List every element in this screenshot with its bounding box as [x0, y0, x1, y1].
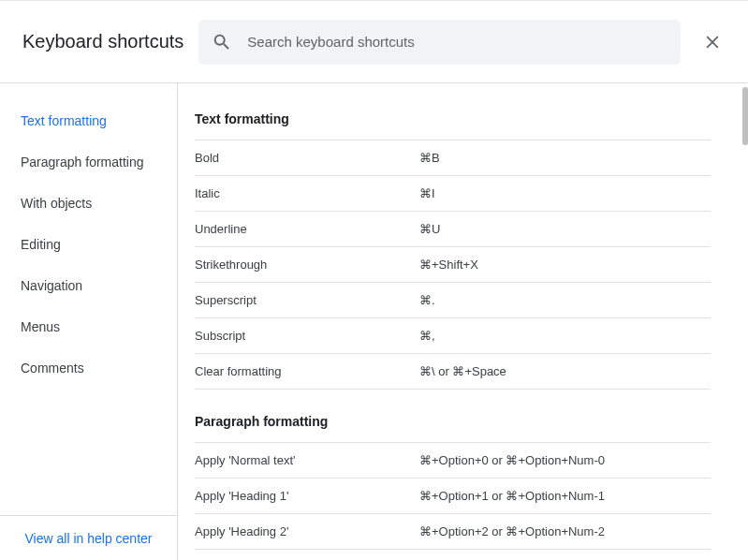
- sidebar-item-label: Editing: [21, 237, 61, 252]
- sidebar-item-label: Comments: [21, 361, 84, 376]
- sidebar-item-text-formatting[interactable]: Text formatting: [0, 100, 177, 141]
- help-center-link[interactable]: View all in help center: [25, 531, 153, 546]
- shortcut-row: Superscript ⌘.: [195, 282, 711, 317]
- sidebar-item-label: Text formatting: [21, 113, 107, 128]
- shortcut-key: ⌘+Option+1 or ⌘+Option+Num-1: [419, 489, 605, 503]
- shortcut-key: ⌘U: [419, 222, 440, 236]
- shortcut-action: Apply 'Normal text': [195, 453, 419, 467]
- sidebar-item-label: With objects: [21, 196, 92, 211]
- sidebar-item-with-objects[interactable]: With objects: [0, 183, 177, 224]
- section-title: Paragraph formatting: [195, 414, 711, 442]
- shortcut-row: Subscript ⌘,: [195, 317, 711, 353]
- sidebar: Text formatting Paragraph formatting Wit…: [0, 83, 178, 560]
- shortcut-row: Apply 'Normal text' ⌘+Option+0 or ⌘+Opti…: [195, 442, 711, 478]
- search-icon: [212, 32, 232, 52]
- shortcut-action: Apply 'Heading 1': [195, 489, 419, 503]
- dialog-body: Text formatting Paragraph formatting Wit…: [0, 83, 748, 560]
- dialog-header: Keyboard shortcuts: [0, 1, 748, 83]
- close-button[interactable]: [696, 25, 729, 59]
- section-text-formatting: Text formatting Bold ⌘B Italic ⌘I Underl…: [195, 111, 711, 390]
- shortcut-action: Clear formatting: [195, 364, 419, 378]
- shortcut-key: ⌘B: [419, 151, 440, 165]
- shortcut-action: Strikethrough: [195, 258, 419, 272]
- section-title: Text formatting: [195, 111, 711, 140]
- sidebar-item-menus[interactable]: Menus: [0, 306, 177, 347]
- sidebar-item-label: Navigation: [21, 278, 82, 293]
- search-input[interactable]: [247, 34, 667, 50]
- shortcut-row: Clear formatting ⌘\ or ⌘+Space: [195, 353, 711, 390]
- shortcut-key: ⌘+Option+2 or ⌘+Option+Num-2: [419, 524, 605, 538]
- shortcut-row: Apply 'Heading 3' ⌘+Option+3 or ⌘+Option…: [195, 549, 711, 560]
- dialog-title: Keyboard shortcuts: [22, 31, 183, 52]
- sidebar-footer: View all in help center: [0, 515, 177, 560]
- shortcut-key: ⌘+Shift+X: [419, 258, 478, 272]
- sidebar-item-label: Menus: [21, 319, 60, 334]
- scrollbar-thumb[interactable]: [742, 87, 748, 145]
- shortcut-action: Underline: [195, 222, 419, 236]
- shortcut-action: Superscript: [195, 293, 419, 307]
- sidebar-item-comments[interactable]: Comments: [0, 347, 177, 389]
- shortcut-key: ⌘+Option+0 or ⌘+Option+Num-0: [419, 453, 605, 467]
- sidebar-item-paragraph-formatting[interactable]: Paragraph formatting: [0, 141, 177, 183]
- close-icon: [703, 33, 722, 52]
- shortcut-content: Text formatting Bold ⌘B Italic ⌘I Underl…: [178, 83, 748, 560]
- shortcut-row: Bold ⌘B: [195, 140, 711, 175]
- shortcut-key: ⌘I: [419, 186, 435, 200]
- shortcut-row: Apply 'Heading 2' ⌘+Option+2 or ⌘+Option…: [195, 513, 711, 549]
- shortcut-action: Bold: [195, 151, 419, 165]
- shortcut-row: Strikethrough ⌘+Shift+X: [195, 246, 711, 282]
- shortcut-key: ⌘,: [419, 329, 435, 343]
- sidebar-item-navigation[interactable]: Navigation: [0, 265, 177, 306]
- shortcut-row: Underline ⌘U: [195, 211, 711, 246]
- shortcut-action: Apply 'Heading 2': [195, 524, 419, 538]
- section-paragraph-formatting: Paragraph formatting Apply 'Normal text'…: [195, 414, 711, 560]
- shortcut-key: ⌘\ or ⌘+Space: [419, 364, 506, 378]
- sidebar-item-label: Paragraph formatting: [21, 155, 144, 169]
- search-field-wrap[interactable]: [198, 20, 681, 65]
- shortcut-row: Apply 'Heading 1' ⌘+Option+1 or ⌘+Option…: [195, 478, 711, 513]
- shortcut-action: Subscript: [195, 329, 419, 343]
- sidebar-item-editing[interactable]: Editing: [0, 224, 177, 265]
- shortcut-key: ⌘.: [419, 293, 435, 307]
- shortcut-row: Italic ⌘I: [195, 175, 711, 211]
- shortcut-action: Italic: [195, 186, 419, 200]
